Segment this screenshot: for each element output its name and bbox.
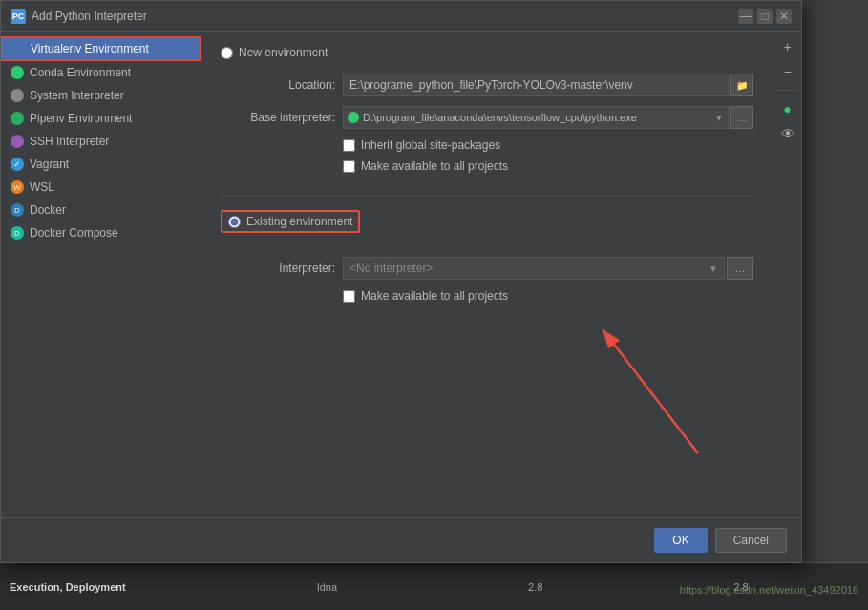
location-input-wrapper: 📁: [343, 74, 753, 96]
sidebar-item-conda[interactable]: Conda Environment: [1, 61, 201, 84]
sidebar-item-docker-compose[interactable]: D Docker Compose: [1, 221, 201, 244]
sidebar-label-vagrant: Vagrant: [30, 158, 69, 171]
green-circle-button[interactable]: ●: [777, 98, 798, 119]
base-interp-label: Base interpreter:: [221, 111, 335, 124]
close-button[interactable]: ✕: [776, 9, 792, 24]
minimize-button[interactable]: —: [738, 9, 753, 24]
sidebar-item-virtualenv[interactable]: Virtualenv Environment: [1, 36, 201, 61]
dialog-titlebar: PC Add Python Interpreter — □ ✕: [1, 1, 801, 32]
remove-button[interactable]: −: [777, 61, 798, 82]
python-status-indicator: [348, 112, 359, 123]
add-interpreter-dialog: PC Add Python Interpreter — □ ✕ Virtuale…: [0, 0, 802, 563]
wsl-icon: W: [11, 180, 24, 194]
dialog-app-icon: PC: [11, 9, 26, 24]
sidebar-label-docker-compose: Docker Compose: [30, 226, 118, 240]
conda-icon: [11, 66, 24, 79]
existing-env-radio-section: Existing environment: [221, 210, 753, 242]
annotation-arrow: [507, 301, 773, 473]
dialog-title: Add Python Interpreter: [32, 10, 738, 23]
ide-col2: 2.8: [528, 581, 542, 593]
interpreter-placeholder: <No interpreter>: [349, 262, 433, 275]
eye-button[interactable]: 👁: [777, 123, 798, 144]
vagrant-icon: ✓: [11, 158, 24, 171]
sidebar-label-ssh: SSH Interpreter: [30, 135, 109, 148]
sidebar-item-system[interactable]: System Interpreter: [1, 84, 201, 107]
svg-line-1: [603, 329, 698, 453]
ide-idna-text: Idna: [317, 581, 337, 593]
right-panel: + − ● 👁: [773, 32, 801, 517]
existing-env-radio[interactable]: [228, 216, 241, 228]
existing-env-label-text: Existing environment: [246, 215, 352, 228]
cancel-button[interactable]: Cancel: [715, 528, 787, 553]
interpreter-wrapper: <No interpreter> ▼ …: [343, 257, 753, 280]
virtualenv-icon: [11, 42, 25, 55]
sidebar-label-conda: Conda Environment: [30, 66, 131, 79]
sidebar-label-virtualenv: Virtualenv Environment: [31, 42, 149, 55]
make-available-new-row[interactable]: Make available to all projects: [343, 159, 753, 173]
base-interp-value: D:\program_file\anaconda\envs\tensorflow…: [363, 112, 710, 123]
interpreter-dropdown-arrow: ▼: [709, 263, 718, 274]
interpreter-browse-button[interactable]: …: [727, 257, 753, 280]
arrow-area: [221, 310, 753, 482]
ide-url: https://blog.csdn.net/weixin_43492016: [680, 584, 858, 596]
new-env-radio-section: New environment: [221, 46, 753, 59]
ide-execution-text: Execution, Deployment: [10, 581, 126, 593]
make-available-existing-checkbox[interactable]: [343, 290, 355, 303]
interpreter-label: Interpreter:: [221, 262, 335, 275]
sidebar-item-pipenv[interactable]: Pipenv Environment: [1, 107, 201, 130]
ok-button[interactable]: OK: [654, 528, 707, 553]
maximize-button[interactable]: □: [757, 9, 773, 24]
new-env-radio[interactable]: [221, 47, 233, 59]
main-content: New environment Location: 📁 Base interpr…: [201, 32, 773, 517]
dropdown-arrow-interp: ▼: [714, 113, 724, 123]
dialog-footer: OK Cancel: [1, 517, 801, 562]
existing-environment-section: Existing environment Interpreter: <No in…: [221, 210, 753, 303]
base-interpreter-row: Base interpreter: D:\program_file\anacon…: [221, 106, 753, 129]
interpreter-row: Interpreter: <No interpreter> ▼ …: [221, 257, 753, 280]
dialog-body: Virtualenv Environment Conda Environment…: [1, 32, 801, 517]
ssh-icon: [11, 135, 24, 148]
docker-compose-icon: D: [11, 226, 24, 240]
sidebar-label-system: System Interpreter: [30, 89, 124, 102]
sidebar-item-docker[interactable]: D Docker: [1, 199, 201, 221]
sidebar-label-pipenv: Pipenv Environment: [30, 112, 132, 125]
sidebar: Virtualenv Environment Conda Environment…: [1, 32, 201, 517]
inherit-checkbox-row[interactable]: Inherit global site-packages: [343, 138, 753, 152]
pipenv-icon: [11, 112, 24, 125]
make-available-existing-label: Make available to all projects: [361, 289, 508, 303]
base-interp-browse-button[interactable]: …: [730, 106, 753, 129]
sidebar-label-wsl: WSL: [30, 180, 54, 194]
docker-icon: D: [11, 203, 24, 217]
titlebar-controls: — □ ✕: [738, 9, 792, 24]
new-environment-section: New environment Location: 📁 Base interpr…: [221, 46, 753, 196]
existing-env-radio-label[interactable]: Existing environment: [221, 210, 360, 233]
add-button[interactable]: +: [777, 36, 798, 57]
location-input[interactable]: [343, 74, 729, 96]
make-available-new-label: Make available to all projects: [361, 159, 508, 173]
make-available-new-checkbox[interactable]: [343, 160, 355, 173]
divider-1: [778, 90, 797, 91]
sidebar-item-ssh[interactable]: SSH Interpreter: [1, 130, 201, 153]
base-interp-wrapper: D:\program_file\anaconda\envs\tensorflow…: [343, 106, 753, 129]
new-env-radio-label[interactable]: New environment: [221, 46, 753, 59]
system-icon: [11, 89, 24, 102]
sidebar-item-wsl[interactable]: W WSL: [1, 176, 201, 199]
location-label: Location:: [221, 78, 335, 92]
location-browse-button[interactable]: 📁: [730, 74, 753, 96]
inherit-checkbox[interactable]: [343, 139, 355, 152]
new-env-label-text: New environment: [239, 46, 328, 59]
location-row: Location: 📁: [221, 74, 753, 96]
sidebar-item-vagrant[interactable]: ✓ Vagrant: [1, 153, 201, 176]
interpreter-select[interactable]: <No interpreter> ▼: [343, 257, 725, 280]
sidebar-label-docker: Docker: [30, 203, 66, 217]
inherit-label: Inherit global site-packages: [361, 138, 500, 152]
